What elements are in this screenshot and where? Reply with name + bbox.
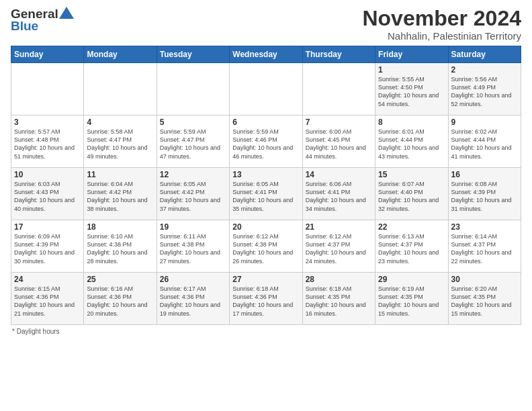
day-info: Sunrise: 6:11 AM Sunset: 4:38 PM Dayligh…: [160, 232, 226, 265]
calendar-cell: 7Sunrise: 6:00 AM Sunset: 4:45 PM Daylig…: [302, 116, 375, 168]
calendar-week-5: 24Sunrise: 6:15 AM Sunset: 4:36 PM Dayli…: [11, 273, 521, 325]
calendar-cell: 5Sunrise: 5:59 AM Sunset: 4:47 PM Daylig…: [157, 116, 229, 168]
day-number: 9: [451, 118, 518, 127]
calendar-cell: 30Sunrise: 6:20 AM Sunset: 4:35 PM Dayli…: [448, 273, 521, 325]
calendar-cell: 13Sunrise: 6:05 AM Sunset: 4:41 PM Dayli…: [230, 168, 302, 220]
daylight-label: Daylight hours: [17, 328, 60, 335]
day-info: Sunrise: 6:06 AM Sunset: 4:41 PM Dayligh…: [306, 180, 372, 213]
header: General Blue November 2024 Nahhalin, Pal…: [11, 7, 521, 42]
calendar-week-1: 1Sunrise: 5:55 AM Sunset: 4:50 PM Daylig…: [11, 63, 521, 116]
calendar-cell: 23Sunrise: 6:14 AM Sunset: 4:37 PM Dayli…: [448, 220, 521, 273]
day-info: Sunrise: 6:12 AM Sunset: 4:37 PM Dayligh…: [306, 232, 372, 265]
calendar-cell: 26Sunrise: 6:17 AM Sunset: 4:36 PM Dayli…: [157, 273, 229, 325]
day-info: Sunrise: 6:12 AM Sunset: 4:38 PM Dayligh…: [232, 232, 299, 265]
col-header-friday: Friday: [375, 46, 448, 63]
logo-blue-text: Blue: [11, 19, 38, 34]
calendar-cell: 16Sunrise: 6:08 AM Sunset: 4:39 PM Dayli…: [448, 168, 521, 220]
calendar-cell: 28Sunrise: 6:18 AM Sunset: 4:35 PM Dayli…: [302, 273, 375, 325]
day-number: 21: [306, 222, 372, 232]
calendar-cell: 17Sunrise: 6:09 AM Sunset: 4:39 PM Dayli…: [11, 220, 84, 273]
calendar-cell: [230, 63, 302, 116]
day-info: Sunrise: 6:10 AM Sunset: 4:38 PM Dayligh…: [87, 232, 153, 265]
calendar-cell: [84, 63, 157, 116]
col-header-tuesday: Tuesday: [157, 46, 229, 63]
calendar-cell: 20Sunrise: 6:12 AM Sunset: 4:38 PM Dayli…: [230, 220, 302, 273]
day-number: 29: [378, 275, 445, 284]
day-number: 1: [378, 65, 445, 75]
calendar-cell: 11Sunrise: 6:04 AM Sunset: 4:42 PM Dayli…: [84, 168, 157, 220]
day-number: 14: [306, 170, 372, 179]
calendar-cell: 3Sunrise: 5:57 AM Sunset: 4:48 PM Daylig…: [11, 116, 84, 168]
calendar-cell: 14Sunrise: 6:06 AM Sunset: 4:41 PM Dayli…: [302, 168, 375, 220]
calendar-cell: 19Sunrise: 6:11 AM Sunset: 4:38 PM Dayli…: [157, 220, 229, 273]
day-number: 2: [451, 65, 518, 75]
calendar-cell: [302, 63, 375, 116]
calendar-cell: 29Sunrise: 6:19 AM Sunset: 4:35 PM Dayli…: [375, 273, 448, 325]
page-container: General Blue November 2024 Nahhalin, Pal…: [0, 0, 532, 340]
calendar-cell: 12Sunrise: 6:05 AM Sunset: 4:42 PM Dayli…: [157, 168, 229, 220]
col-header-thursday: Thursday: [302, 46, 375, 63]
day-info: Sunrise: 6:15 AM Sunset: 4:36 PM Dayligh…: [14, 285, 81, 318]
day-info: Sunrise: 5:58 AM Sunset: 4:47 PM Dayligh…: [87, 128, 153, 161]
day-info: Sunrise: 6:18 AM Sunset: 4:35 PM Dayligh…: [306, 285, 372, 318]
day-number: 28: [306, 275, 372, 284]
footer-note: * Daylight hours: [11, 328, 521, 335]
day-number: 17: [14, 222, 81, 232]
calendar-cell: 10Sunrise: 6:03 AM Sunset: 4:43 PM Dayli…: [11, 168, 84, 220]
calendar-week-4: 17Sunrise: 6:09 AM Sunset: 4:39 PM Dayli…: [11, 220, 521, 273]
calendar-body: 1Sunrise: 5:55 AM Sunset: 4:50 PM Daylig…: [11, 63, 521, 325]
calendar-cell: 18Sunrise: 6:10 AM Sunset: 4:38 PM Dayli…: [84, 220, 157, 273]
day-number: 4: [87, 118, 153, 127]
day-number: 15: [378, 170, 445, 179]
day-info: Sunrise: 6:16 AM Sunset: 4:36 PM Dayligh…: [87, 285, 153, 318]
logo-icon: [59, 7, 74, 21]
day-number: 23: [451, 222, 518, 232]
calendar-cell: 27Sunrise: 6:18 AM Sunset: 4:36 PM Dayli…: [230, 273, 302, 325]
logo: General Blue: [11, 7, 75, 34]
calendar-cell: 25Sunrise: 6:16 AM Sunset: 4:36 PM Dayli…: [84, 273, 157, 325]
col-header-wednesday: Wednesday: [230, 46, 302, 63]
day-info: Sunrise: 5:57 AM Sunset: 4:48 PM Dayligh…: [14, 128, 81, 161]
calendar-cell: 6Sunrise: 5:59 AM Sunset: 4:46 PM Daylig…: [230, 116, 302, 168]
svg-marker-0: [59, 7, 74, 19]
day-number: 13: [232, 170, 299, 179]
day-number: 3: [14, 118, 81, 127]
day-number: 6: [232, 118, 299, 127]
calendar-cell: 22Sunrise: 6:13 AM Sunset: 4:37 PM Dayli…: [375, 220, 448, 273]
calendar-cell: 2Sunrise: 5:56 AM Sunset: 4:49 PM Daylig…: [448, 63, 521, 116]
day-info: Sunrise: 6:04 AM Sunset: 4:42 PM Dayligh…: [87, 180, 153, 213]
calendar-table: SundayMondayTuesdayWednesdayThursdayFrid…: [11, 46, 521, 325]
location-title: Nahhalin, Palestinian Territory: [362, 30, 521, 42]
day-number: 26: [160, 275, 226, 284]
day-number: 25: [87, 275, 153, 284]
day-number: 8: [378, 118, 445, 127]
day-info: Sunrise: 6:00 AM Sunset: 4:45 PM Dayligh…: [306, 128, 372, 161]
day-info: Sunrise: 5:59 AM Sunset: 4:46 PM Dayligh…: [232, 128, 299, 161]
day-info: Sunrise: 6:01 AM Sunset: 4:44 PM Dayligh…: [378, 128, 445, 161]
day-info: Sunrise: 6:20 AM Sunset: 4:35 PM Dayligh…: [451, 285, 518, 318]
day-info: Sunrise: 6:05 AM Sunset: 4:41 PM Dayligh…: [232, 180, 299, 213]
day-number: 20: [232, 222, 299, 232]
day-info: Sunrise: 6:08 AM Sunset: 4:39 PM Dayligh…: [451, 180, 518, 213]
calendar-cell: 15Sunrise: 6:07 AM Sunset: 4:40 PM Dayli…: [375, 168, 448, 220]
calendar-cell: 21Sunrise: 6:12 AM Sunset: 4:37 PM Dayli…: [302, 220, 375, 273]
calendar-cell: [157, 63, 229, 116]
day-info: Sunrise: 6:09 AM Sunset: 4:39 PM Dayligh…: [14, 232, 81, 265]
calendar-week-2: 3Sunrise: 5:57 AM Sunset: 4:48 PM Daylig…: [11, 116, 521, 168]
calendar-cell: [11, 63, 84, 116]
day-number: 24: [14, 275, 81, 284]
day-info: Sunrise: 5:56 AM Sunset: 4:49 PM Dayligh…: [451, 75, 518, 108]
day-number: 18: [87, 222, 153, 232]
day-info: Sunrise: 6:17 AM Sunset: 4:36 PM Dayligh…: [160, 285, 226, 318]
day-number: 22: [378, 222, 445, 232]
day-number: 10: [14, 170, 81, 179]
col-header-sunday: Sunday: [11, 46, 84, 63]
day-info: Sunrise: 6:18 AM Sunset: 4:36 PM Dayligh…: [232, 285, 299, 318]
calendar-cell: 8Sunrise: 6:01 AM Sunset: 4:44 PM Daylig…: [375, 116, 448, 168]
day-number: 30: [451, 275, 518, 284]
calendar-header-row: SundayMondayTuesdayWednesdayThursdayFrid…: [11, 46, 521, 63]
calendar-cell: 24Sunrise: 6:15 AM Sunset: 4:36 PM Dayli…: [11, 273, 84, 325]
day-info: Sunrise: 6:05 AM Sunset: 4:42 PM Dayligh…: [160, 180, 226, 213]
day-info: Sunrise: 6:03 AM Sunset: 4:43 PM Dayligh…: [14, 180, 81, 213]
day-number: 12: [160, 170, 226, 179]
